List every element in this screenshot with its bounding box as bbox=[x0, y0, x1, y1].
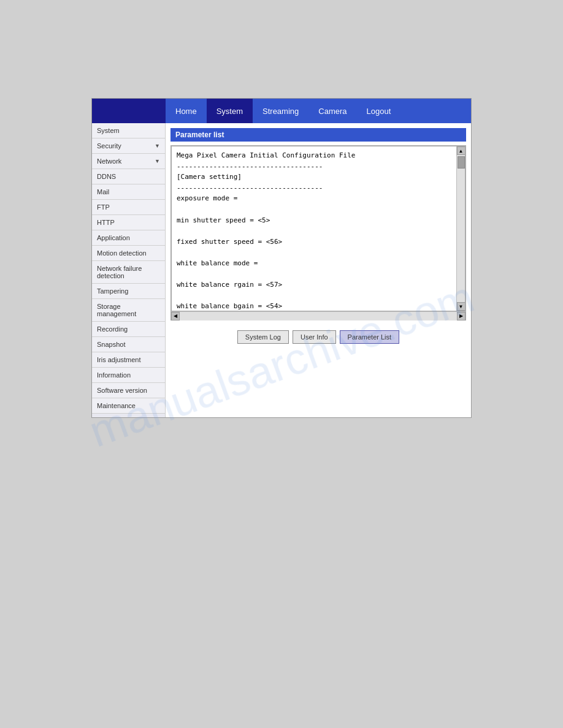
nav-streaming[interactable]: Streaming bbox=[253, 99, 308, 123]
sidebar-item-ddns[interactable]: DDNS bbox=[92, 169, 165, 184]
scrollbar-vertical[interactable]: ▲ ▼ bbox=[456, 146, 465, 311]
sidebar-item-network-failure[interactable]: Network failure detection bbox=[92, 261, 165, 284]
scroll-track bbox=[180, 312, 457, 320]
content-area: System Security Network DDNS Mail FTP bbox=[92, 123, 471, 417]
header-bar: Home System Streaming Camera Logout bbox=[92, 99, 471, 123]
sidebar-item-motion-detection[interactable]: Motion detection bbox=[92, 246, 165, 261]
scroll-down-button[interactable]: ▼ bbox=[457, 302, 465, 311]
nav-bar: Home System Streaming Camera Logout bbox=[166, 99, 471, 123]
sidebar-item-security[interactable]: Security bbox=[92, 138, 165, 154]
sidebar-item-recording[interactable]: Recording bbox=[92, 322, 165, 337]
nav-home[interactable]: Home bbox=[166, 99, 207, 123]
param-list-container[interactable]: Mega Pixel Camera Initial Configuration … bbox=[171, 146, 465, 311]
sidebar-item-http[interactable]: HTTP bbox=[92, 215, 165, 230]
sidebar: System Security Network DDNS Mail FTP bbox=[92, 123, 166, 417]
button-row: System Log User Info Parameter List bbox=[170, 320, 466, 349]
param-list-wrapper: Mega Pixel Camera Initial Configuration … bbox=[170, 145, 466, 320]
panel-title: Parameter list bbox=[170, 128, 466, 142]
parameter-list-button[interactable]: Parameter List bbox=[340, 330, 400, 344]
camera-ui: Home System Streaming Camera Logout Syst… bbox=[91, 98, 472, 418]
sidebar-item-ftp[interactable]: FTP bbox=[92, 200, 165, 215]
sidebar-item-network[interactable]: Network bbox=[92, 154, 165, 169]
main-panel: Parameter list Mega Pixel Camera Initial… bbox=[166, 123, 471, 354]
nav-camera[interactable]: Camera bbox=[308, 99, 356, 123]
system-log-button[interactable]: System Log bbox=[237, 330, 289, 344]
param-list-text: Mega Pixel Camera Initial Configuration … bbox=[172, 146, 456, 311]
scroll-thumb[interactable] bbox=[458, 156, 465, 169]
user-info-button[interactable]: User Info bbox=[293, 330, 336, 344]
nav-system[interactable]: System bbox=[207, 99, 253, 123]
header-logo bbox=[92, 99, 166, 123]
sidebar-item-information[interactable]: Information bbox=[92, 368, 165, 383]
sidebar-item-software-version[interactable]: Software version bbox=[92, 383, 165, 398]
sidebar-item-mail[interactable]: Mail bbox=[92, 184, 165, 200]
sidebar-item-storage[interactable]: Storage management bbox=[92, 299, 165, 322]
sidebar-item-snapshot[interactable]: Snapshot bbox=[92, 337, 165, 352]
scroll-left-button[interactable]: ◀ bbox=[171, 312, 180, 320]
sidebar-item-system[interactable]: System bbox=[92, 123, 165, 138]
scroll-right-button[interactable]: ▶ bbox=[457, 312, 465, 320]
scroll-up-button[interactable]: ▲ bbox=[457, 146, 465, 155]
sidebar-item-application[interactable]: Application bbox=[92, 230, 165, 246]
sidebar-item-maintenance[interactable]: Maintenance bbox=[92, 398, 165, 414]
nav-logout[interactable]: Logout bbox=[357, 99, 401, 123]
scrollbar-horizontal[interactable]: ◀ ▶ bbox=[171, 311, 465, 320]
sidebar-item-tampering[interactable]: Tampering bbox=[92, 284, 165, 299]
sidebar-item-iris[interactable]: Iris adjustment bbox=[92, 352, 165, 368]
